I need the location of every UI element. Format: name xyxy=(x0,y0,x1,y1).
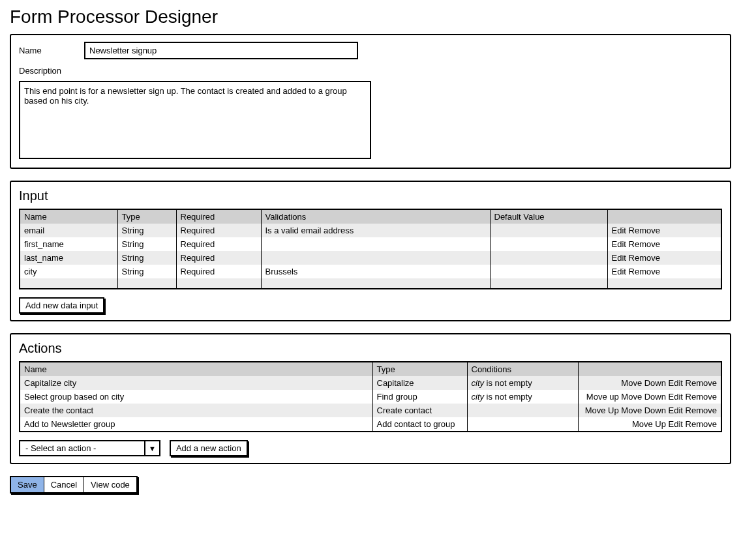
save-button[interactable]: Save xyxy=(11,477,44,492)
edit-link[interactable]: Edit xyxy=(612,267,626,276)
table-row: first_nameStringRequiredEdit Remove xyxy=(20,237,721,251)
action-ops-links[interactable]: Move Down Edit Remove xyxy=(621,378,717,388)
table-row: Create the contactCreate contactMove Up … xyxy=(20,404,721,417)
actions-panel: Actions Name Type Conditions Capitalize … xyxy=(10,333,731,464)
cancel-button[interactable]: Cancel xyxy=(44,477,84,492)
name-input[interactable] xyxy=(84,42,358,59)
action-cell-conditions: city is not empty xyxy=(467,376,578,390)
input-cell-required: Required xyxy=(176,265,261,278)
input-cell-type: String xyxy=(117,265,176,278)
description-label: Description xyxy=(19,66,84,76)
input-header-default: Default Value xyxy=(490,209,607,224)
actions-table: Name Type Conditions Capitalize cityCapi… xyxy=(19,361,722,432)
action-ops-links[interactable]: Move Up Edit Remove xyxy=(632,419,717,429)
action-cell-name: Capitalize city xyxy=(20,376,372,390)
remove-link[interactable]: Remove xyxy=(629,253,660,263)
input-header-ops xyxy=(607,209,721,224)
input-cell-validations: Is a valid email address xyxy=(261,224,490,237)
input-cell-default xyxy=(490,237,607,251)
input-cell-validations xyxy=(261,251,490,265)
remove-link[interactable]: Remove xyxy=(629,267,660,276)
action-cell-name: Select group based on city xyxy=(20,390,372,404)
input-title: Input xyxy=(19,188,722,203)
input-header-name: Name xyxy=(20,209,117,224)
actions-header-name: Name xyxy=(20,362,372,376)
table-row: cityStringRequiredBrusselsEdit Remove xyxy=(20,265,721,278)
name-label: Name xyxy=(19,46,84,55)
input-header-type: Type xyxy=(117,209,176,224)
input-cell-default xyxy=(490,251,607,265)
action-cell-name: Add to Newsletter group xyxy=(20,417,372,432)
table-row: emailStringRequiredIs a valid email addr… xyxy=(20,224,721,237)
action-cell-ops: Move up Move Down Edit Remove xyxy=(578,390,721,404)
input-cell-validations xyxy=(261,237,490,251)
action-cell-type: Find group xyxy=(372,390,467,404)
action-cell-conditions xyxy=(467,404,578,417)
action-cell-type: Add contact to group xyxy=(372,417,467,432)
page-title: Form Processor Designer xyxy=(10,7,731,27)
input-table: Name Type Required Validations Default V… xyxy=(19,209,722,289)
edit-link[interactable]: Edit xyxy=(612,239,626,249)
input-cell-required: Required xyxy=(176,237,261,251)
input-header-validations: Validations xyxy=(261,209,490,224)
remove-link[interactable]: Remove xyxy=(629,226,660,235)
actions-header-conditions: Conditions xyxy=(467,362,578,376)
footer-button-group: Save Cancel View code xyxy=(10,476,138,494)
action-ops-links[interactable]: Move up Move Down Edit Remove xyxy=(586,392,717,402)
action-cell-ops: Move Up Edit Remove xyxy=(578,417,721,432)
actions-header-ops xyxy=(578,362,721,376)
view-code-button[interactable]: View code xyxy=(84,477,136,492)
input-cell-required: Required xyxy=(176,251,261,265)
add-action-button[interactable]: Add a new action xyxy=(170,440,248,456)
input-cell-ops: Edit Remove xyxy=(607,251,721,265)
edit-link[interactable]: Edit xyxy=(612,226,626,235)
add-input-button[interactable]: Add new data input xyxy=(19,297,104,314)
input-cell-name: first_name xyxy=(20,237,117,251)
input-panel: Input Name Type Required Validations Def… xyxy=(10,181,731,321)
action-select-value: - Select an action - xyxy=(20,441,144,455)
input-cell-default xyxy=(490,224,607,237)
input-cell-ops: Edit Remove xyxy=(607,237,721,251)
action-ops-links[interactable]: Move Up Move Down Edit Remove xyxy=(585,405,717,415)
action-cell-conditions: city is not empty xyxy=(467,390,578,404)
action-cell-ops: Move Up Move Down Edit Remove xyxy=(578,404,721,417)
actions-title: Actions xyxy=(19,341,722,356)
action-select[interactable]: - Select an action - ▼ xyxy=(19,440,160,456)
input-cell-type: String xyxy=(117,224,176,237)
input-cell-required: Required xyxy=(176,224,261,237)
input-cell-validations: Brussels xyxy=(261,265,490,278)
actions-header-type: Type xyxy=(372,362,467,376)
input-cell-name: email xyxy=(20,224,117,237)
table-row: Capitalize cityCapitalizecity is not emp… xyxy=(20,376,721,390)
action-cell-type: Capitalize xyxy=(372,376,467,390)
table-row: Select group based on cityFind groupcity… xyxy=(20,390,721,404)
table-row: last_nameStringRequiredEdit Remove xyxy=(20,251,721,265)
remove-link[interactable]: Remove xyxy=(629,239,660,249)
input-cell-ops: Edit Remove xyxy=(607,265,721,278)
input-cell-name: city xyxy=(20,265,117,278)
input-cell-name: last_name xyxy=(20,251,117,265)
chevron-down-icon[interactable]: ▼ xyxy=(144,441,159,455)
action-cell-ops: Move Down Edit Remove xyxy=(578,376,721,390)
action-cell-conditions xyxy=(467,417,578,432)
input-cell-type: String xyxy=(117,237,176,251)
table-row: Add to Newsletter groupAdd contact to gr… xyxy=(20,417,721,432)
input-header-required: Required xyxy=(176,209,261,224)
input-cell-default xyxy=(490,265,607,278)
meta-panel: Name Description xyxy=(10,34,731,169)
action-cell-type: Create contact xyxy=(372,404,467,417)
edit-link[interactable]: Edit xyxy=(612,253,626,263)
description-textarea[interactable] xyxy=(19,81,371,159)
input-cell-type: String xyxy=(117,251,176,265)
input-cell-ops: Edit Remove xyxy=(607,224,721,237)
action-cell-name: Create the contact xyxy=(20,404,372,417)
